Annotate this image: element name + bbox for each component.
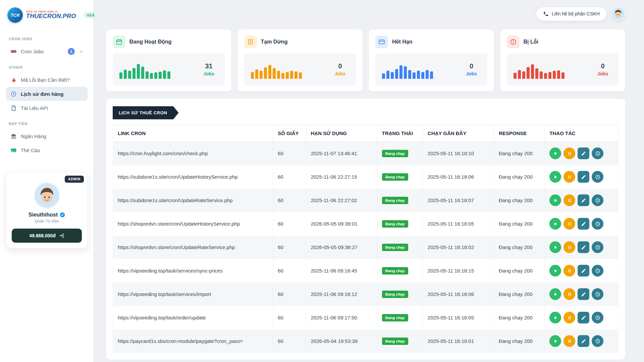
column-header: RESPONSE: [494, 125, 544, 142]
cell-response: Đang chạy 200: [494, 329, 544, 353]
cell-response: Đang chạy 200: [494, 212, 544, 236]
stat-unit: Jobs: [463, 71, 481, 76]
card-colored-icon: [10, 147, 17, 154]
play-button[interactable]: [549, 147, 561, 159]
cell-response: Đang chạy 200: [494, 142, 544, 165]
history-button[interactable]: [592, 335, 603, 347]
edit-button[interactable]: [578, 171, 589, 183]
column-header: LINK CRON: [113, 125, 273, 142]
history-button[interactable]: [592, 241, 603, 253]
stat-card: Tạm Dừng0Jobs: [237, 29, 363, 92]
play-button[interactable]: [549, 312, 561, 323]
sidebar-item-scratch-card[interactable]: Thẻ Cào: [6, 143, 88, 157]
user-avatar[interactable]: [611, 7, 625, 21]
stat-value: 0: [594, 62, 612, 70]
stat-value: 0: [331, 62, 349, 70]
clock-icon: [595, 151, 600, 156]
history-button[interactable]: [592, 218, 603, 230]
pause-button[interactable]: [564, 171, 575, 183]
edit-button[interactable]: [578, 194, 589, 206]
stat-mini-bar-chart: [382, 60, 455, 79]
sidebar-item-api-docs[interactable]: Tài Liệu API: [6, 101, 88, 115]
cell-actions: [545, 283, 619, 306]
cell-seconds: 60: [273, 189, 306, 212]
table-row: https://vipseeding.top/task/services/syn…: [113, 259, 619, 283]
pause-icon: [567, 268, 572, 274]
cell-link: https://vipseeding.top/task/services/syn…: [113, 259, 273, 283]
table-body: https://cron.huylight.com/cron/check.php…: [113, 142, 619, 353]
play-button[interactable]: [549, 171, 561, 183]
play-icon: [553, 221, 558, 227]
stat-title: Tạm Dừng: [261, 39, 288, 45]
sidebar-item-order-history[interactable]: Lịch sử đơn hàng: [6, 87, 88, 101]
stat-mini-bar-chart: [119, 60, 193, 79]
status-badge: Đang chạy: [382, 244, 408, 251]
sidebar-item-label: Ngân Hàng: [21, 133, 46, 139]
edit-button[interactable]: [578, 312, 589, 323]
contact-support-button[interactable]: Liên hệ bộ phận CSKH: [536, 7, 606, 21]
status-badge: Đang chạy: [382, 267, 408, 275]
count-badge: 1: [68, 48, 75, 55]
pause-button[interactable]: [564, 241, 575, 253]
balance-button[interactable]: 49.868.000đ: [12, 229, 82, 243]
edit-button[interactable]: [578, 335, 589, 347]
pause-button[interactable]: [564, 147, 575, 159]
cell-actions: [545, 306, 619, 329]
play-icon: [553, 198, 558, 203]
history-button[interactable]: [592, 171, 603, 183]
logo-mark-icon: TCR: [7, 7, 23, 23]
cell-last-run: 2025-05-11 16:18:05: [423, 212, 494, 236]
pencil-icon: [581, 245, 586, 250]
cell-seconds: 60: [273, 283, 306, 306]
pause-button[interactable]: [564, 218, 575, 230]
pause-button[interactable]: [564, 288, 575, 300]
history-button[interactable]: [592, 194, 603, 206]
nav-section-title: OTHER: [9, 65, 85, 69]
pause-button[interactable]: [564, 194, 575, 206]
edit-button[interactable]: [578, 265, 589, 277]
edit-button[interactable]: [578, 218, 589, 230]
cell-status: Đang chạy: [377, 165, 423, 189]
status-badge: Đang chạy: [382, 314, 408, 321]
history-button[interactable]: [592, 288, 603, 300]
stats-row: Đang Hoạt Động31JobsTạm Dừng0JobsHết Hạn…: [106, 29, 625, 92]
stat-card: Hết Hạn0Jobs: [369, 29, 494, 92]
table-header-row: LINK CRONSỐ GIÂYHẠN SỬ DỤNGTRẠNG THÁICHẠ…: [113, 125, 619, 142]
pause-button[interactable]: [564, 335, 575, 347]
brand-name: THUECRON.PRO: [26, 13, 76, 20]
pencil-icon: [581, 292, 586, 297]
status-badge: Đang chạy: [382, 173, 408, 181]
sidebar-item-bank[interactable]: Ngân Hàng: [6, 129, 88, 143]
edit-button[interactable]: [578, 147, 589, 159]
play-button[interactable]: [549, 241, 561, 253]
sidebar-item-label: Mã Lỗi Bạn Cần Biết?: [21, 77, 70, 83]
play-button[interactable]: [549, 218, 561, 230]
history-button[interactable]: [592, 147, 603, 159]
sidebar-item-error-codes[interactable]: Mã Lỗi Bạn Cần Biết?: [6, 73, 88, 87]
admin-name: Sieuthihost: [29, 212, 58, 218]
cell-link: https://shopredvn.store/cron/UpdateRateS…: [113, 236, 273, 259]
logo: TCR DỊCH VỤ CRON-JOBS #1 THUECRON.PRO v3…: [6, 7, 88, 23]
cell-seconds: 60: [273, 306, 306, 329]
play-button[interactable]: [549, 335, 561, 347]
cell-response: Đang chạy 200: [494, 259, 544, 283]
play-button[interactable]: [549, 265, 561, 277]
play-button[interactable]: [549, 194, 561, 206]
cell-status: Đang chạy: [377, 189, 423, 212]
edit-button[interactable]: [578, 288, 589, 300]
history-button[interactable]: [592, 265, 603, 277]
column-header: CHẠY GẦN ĐÂY: [423, 125, 494, 142]
play-button[interactable]: [549, 288, 561, 300]
pause-button[interactable]: [564, 265, 575, 277]
cell-expiry: 2025-11-06 22:27:02: [306, 189, 377, 212]
cell-seconds: 60: [273, 212, 306, 236]
history-button[interactable]: [592, 312, 603, 323]
column-header: THAO TÁC: [545, 125, 619, 142]
cell-response: Đang chạy 200: [494, 236, 544, 259]
cell-seconds: 60: [273, 329, 306, 353]
edit-button[interactable]: [578, 241, 589, 253]
bank-icon: [10, 133, 17, 139]
phone-icon: [543, 11, 549, 17]
pause-button[interactable]: [564, 312, 575, 323]
sidebar-item-cron-jobs[interactable]: Cron Jobs1: [6, 44, 88, 59]
